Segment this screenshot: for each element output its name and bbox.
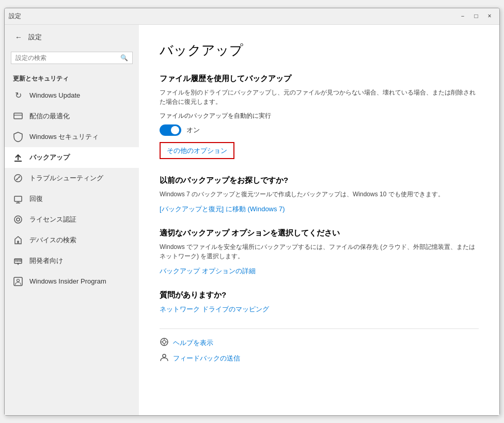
title-bar: 設定 － □ × — [5, 8, 499, 25]
settings-window: 設定 － □ × ← 設定 🔍 更新とセキュリティ ↻ Windows Upda… — [4, 8, 500, 416]
help-display-link[interactable]: ヘルプを表示 — [173, 338, 213, 348]
main-content: バックアップ ファイル履歴を使用してバックアップ ファイルを別のドライブにバック… — [139, 25, 499, 415]
search-icon: 🔍 — [120, 54, 128, 61]
svg-point-9 — [14, 216, 22, 223]
section3-title: 適切なバックアップ オプションを選択してください — [160, 228, 479, 238]
section2-title: 以前のバックアップをお探しですか? — [160, 176, 479, 185]
find-device-icon — [13, 235, 23, 245]
toggle-row: オン — [160, 124, 479, 136]
sidebar-item-label: 回復 — [29, 194, 43, 203]
content-area: ← 設定 🔍 更新とセキュリティ ↻ Windows Update — [5, 25, 499, 415]
window-title: 設定 — [9, 12, 21, 21]
divider — [160, 328, 479, 329]
back-button[interactable]: ← — [13, 31, 24, 43]
help-row-2: フィードバックの送信 — [160, 353, 479, 364]
delivery-opt-icon — [13, 111, 23, 121]
sidebar: ← 設定 🔍 更新とセキュリティ ↻ Windows Update — [5, 25, 139, 415]
sidebar-item-label: デバイスの検索 — [29, 236, 76, 245]
sidebar-item-activation[interactable]: ライセンス認証 — [5, 209, 139, 230]
svg-point-22 — [163, 340, 166, 343]
other-options-link[interactable]: その他のオプション — [167, 146, 227, 155]
developer-icon — [13, 256, 23, 266]
recovery-icon — [13, 194, 23, 204]
auto-backup-toggle[interactable] — [160, 124, 181, 136]
title-bar-left: 設定 — [9, 12, 21, 21]
minimize-button[interactable]: － — [457, 10, 468, 22]
sidebar-item-label: Windows Update — [29, 91, 80, 99]
network-drive-link[interactable]: ネットワーク ドライブのマッピング — [160, 305, 269, 314]
svg-rect-6 — [14, 196, 22, 201]
close-button[interactable]: × — [484, 10, 495, 22]
other-options-box[interactable]: その他のオプション — [160, 142, 234, 159]
windows7-backup-link[interactable]: [バックアップと復元] に移動 (Windows 7) — [160, 205, 285, 214]
sidebar-item-label: ライセンス認証 — [29, 215, 76, 224]
backup-icon — [13, 152, 23, 163]
sidebar-item-recovery[interactable]: 回復 — [5, 189, 139, 209]
svg-point-27 — [163, 354, 166, 357]
sidebar-item-label: 配信の最適化 — [29, 112, 70, 121]
backup-options-detail-link[interactable]: バックアップ オプションの詳細 — [160, 267, 256, 276]
section1-desc: ファイルを別のドライブにバックアップし、元のファイルが見つからない場合、壊れてい… — [160, 88, 479, 106]
help-chat-icon — [160, 337, 169, 349]
sidebar-item-label: Windows Insider Program — [29, 277, 106, 285]
sidebar-item-label: Windows セキュリティ — [29, 132, 99, 142]
feedback-link[interactable]: フィードバックの送信 — [173, 354, 240, 363]
sidebar-item-label: バックアップ — [29, 153, 70, 162]
section-previous-backup: 以前のバックアップをお探しですか? Windows 7 のバックアップと復元ツー… — [160, 176, 479, 214]
section4-title: 質問がありますか? — [160, 290, 479, 300]
search-input[interactable] — [15, 54, 118, 61]
sidebar-item-troubleshoot[interactable]: トラブルシューティング — [5, 168, 139, 189]
section2-desc: Windows 7 のバックアップと復元ツールで作成したバックアップは、Wind… — [160, 190, 479, 199]
sidebar-item-backup[interactable]: バックアップ — [5, 147, 139, 168]
sidebar-item-insider[interactable]: Windows Insider Program — [5, 271, 139, 292]
svg-rect-0 — [14, 113, 22, 119]
auto-backup-label: ファイルのバックアップを自動的に実行 — [160, 112, 479, 120]
windows-update-icon: ↻ — [13, 90, 23, 101]
activation-icon — [13, 214, 23, 225]
sidebar-item-label: 開発者向け — [29, 256, 63, 265]
sidebar-item-delivery-opt[interactable]: 配信の最適化 — [5, 106, 139, 127]
sidebar-item-windows-update[interactable]: ↻ Windows Update — [5, 85, 139, 106]
section-choose-backup: 適切なバックアップ オプションを選択してください Windows でファイルを安… — [160, 228, 479, 276]
svg-point-4 — [16, 179, 17, 180]
feedback-icon — [160, 353, 169, 364]
insider-icon — [13, 276, 23, 287]
sidebar-nav-top: ← 設定 — [5, 25, 139, 50]
page-title: バックアップ — [160, 41, 479, 59]
sidebar-item-windows-security[interactable]: Windows セキュリティ — [5, 127, 139, 147]
section3-desc: Windows でファイルを安全な場所にバックアップするには、ファイルの保存先 … — [160, 242, 479, 261]
sidebar-app-title: 設定 — [28, 33, 42, 42]
svg-point-20 — [17, 279, 20, 281]
troubleshoot-icon — [13, 173, 23, 183]
section-file-history: ファイル履歴を使用してバックアップ ファイルを別のドライブにバックアップし、元の… — [160, 74, 479, 161]
search-box: 🔍 — [11, 52, 133, 64]
toggle-on-label: オン — [186, 126, 200, 135]
windows-security-icon — [13, 132, 23, 142]
section-questions: 質問がありますか? ネットワーク ドライブのマッピング — [160, 290, 479, 314]
svg-point-5 — [19, 176, 20, 177]
section1-title: ファイル履歴を使用してバックアップ — [160, 74, 479, 84]
svg-point-10 — [17, 218, 20, 221]
maximize-button[interactable]: □ — [470, 10, 482, 22]
sidebar-item-find-device[interactable]: デバイスの検索 — [5, 230, 139, 250]
help-row-1: ヘルプを表示 — [160, 337, 479, 349]
title-bar-controls: － □ × — [457, 10, 495, 22]
sidebar-item-developer[interactable]: 開発者向け — [5, 250, 139, 271]
sidebar-section-label: 更新とセキュリティ — [5, 70, 139, 85]
sidebar-item-label: トラブルシューティング — [29, 174, 103, 183]
toggle-knob — [171, 126, 179, 134]
